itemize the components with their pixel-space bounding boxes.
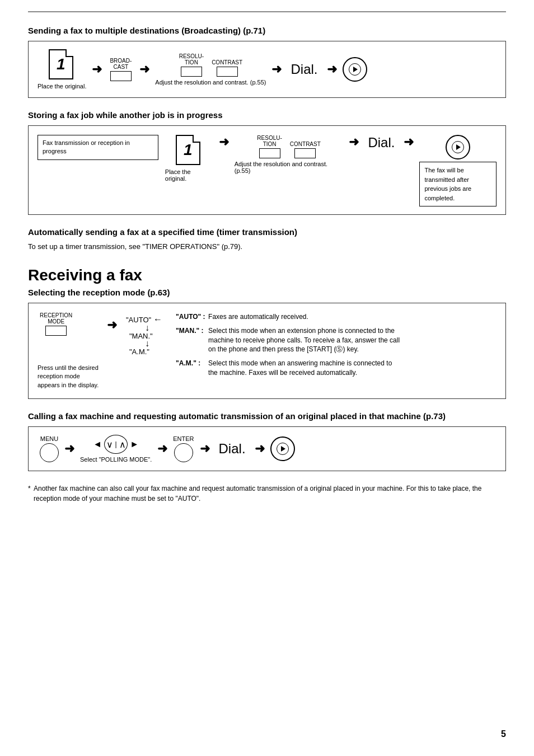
arrow-10: ➜: [157, 442, 167, 456]
section-broadcasting-title: Sending a fax to multiple destinations (…: [28, 26, 506, 35]
contrast-label: CONTRAST: [212, 59, 242, 65]
fax-status-group: Fax transmission or reception in progres…: [38, 135, 163, 160]
contrast-button-group: CONTRAST: [212, 59, 242, 77]
menu-label: MENU: [40, 435, 58, 442]
contrast-label-2: CONTRAST: [290, 141, 321, 147]
resolution-button-2: [259, 148, 280, 158]
dial-text-1: Dial.: [291, 62, 317, 77]
resolution-button: [181, 67, 202, 77]
resolution-button-group: RESOLU- TION: [179, 53, 204, 77]
storing-diagram: Fax transmission or reception in progres…: [28, 125, 506, 215]
arrow-4: ➜: [327, 62, 337, 77]
footnote: Another fax machine can also call your f…: [28, 483, 506, 504]
menu-button: [40, 443, 59, 462]
pipe-separator: |: [115, 440, 117, 448]
section-storing-title: Storing a fax job while another job is i…: [28, 110, 506, 120]
resolution-label-2: RESOLU- TION: [257, 135, 282, 147]
arrow-5: ➜: [219, 135, 229, 149]
mode-list: "AUTO" ← ↓ "MAN." ↓ "A.M.": [126, 314, 162, 356]
section-timer: Automatically sending a fax at a specifi…: [28, 227, 506, 251]
mode-descriptions: "AUTO" : Faxes are automatically receive…: [176, 312, 400, 378]
am-desc-label: "A.M." :: [176, 359, 206, 378]
receiving-title: Receiving a fax: [28, 266, 506, 284]
man-desc: Select this mode when an extension phone…: [208, 326, 400, 354]
start-triangle-2: [456, 144, 461, 150]
section-timer-body: To set up a timer transmission, see "TIM…: [28, 242, 506, 251]
back-arrow: ←: [153, 314, 162, 325]
fax-status-box: Fax transmission or reception in progres…: [38, 135, 158, 160]
chevron-group: ◄ ∨ | ∧ ► Select "POLLING MODE".: [80, 435, 152, 463]
select-caption: Select "POLLING MODE".: [80, 456, 152, 463]
arrow-6: ➜: [349, 135, 359, 149]
page-number: 5: [501, 729, 506, 739]
resolution-label: RESOLU- TION: [179, 53, 204, 65]
arrow-11: ➜: [200, 442, 210, 456]
broadcasting-diagram: 1 Place the original. ➜ BROAD- CAST ➜ RE…: [28, 41, 506, 98]
doc-group-2: 1 Place the original.: [165, 135, 213, 182]
right-arrow-icon: ►: [130, 439, 139, 449]
broadcast-button-group: BROAD- CAST: [110, 58, 132, 81]
start-inner-1: [349, 63, 361, 76]
enter-label: ENTER: [173, 435, 194, 442]
man-desc-label: "MAN." :: [176, 326, 206, 354]
section-broadcasting: Sending a fax to multiple destinations (…: [28, 26, 506, 98]
reception-mode-group: RECEPTION MODE Press until the desired r…: [38, 312, 99, 389]
start-icon-3: [270, 436, 295, 461]
arrow-12: ➜: [255, 442, 265, 456]
section-timer-title: Automatically sending a fax at a specifi…: [28, 227, 506, 237]
section-receiving: Receiving a fax Selecting the reception …: [28, 266, 506, 399]
am-desc-row: "A.M." : Select this mode when an answer…: [176, 359, 400, 378]
start-inner-3: [277, 443, 289, 455]
dial-text-2: Dial.: [368, 135, 395, 151]
document-icon-2: 1: [176, 135, 200, 165]
start-icon-2: [446, 135, 470, 159]
reception-mode-diagram: RECEPTION MODE Press until the desired r…: [28, 303, 506, 399]
section-polling: Calling a fax machine and requesting aut…: [28, 411, 506, 471]
start-triangle-3: [281, 446, 285, 452]
arrow-1: ➜: [92, 62, 102, 77]
contrast-button-group-2: CONTRAST: [290, 141, 321, 158]
enter-button: [174, 443, 193, 462]
auto-desc-label: "AUTO" :: [176, 312, 206, 322]
section-storing: Storing a fax job while another job is i…: [28, 110, 506, 215]
arrow-7: ➜: [404, 135, 414, 149]
adjust-caption-2: Adjust the resolution and contrast. (p.5…: [235, 161, 344, 174]
down-arrow-1: ↓: [145, 325, 149, 332]
reception-mode-button: [45, 326, 67, 336]
section-polling-title: Calling a fax machine and requesting aut…: [28, 411, 506, 421]
start-inner-2: [452, 141, 464, 153]
place-caption: Place the original.: [38, 83, 86, 90]
top-line: [28, 11, 506, 12]
polling-diagram: MENU ➜ ◄ ∨ | ∧ ► Select "POLLING MODE". …: [28, 426, 506, 471]
adjust-caption: Adjust the resolution and contrast. (p.5…: [155, 79, 266, 86]
auto-desc-row: "AUTO" : Faxes are automatically receive…: [176, 312, 400, 322]
am-label: "A.M.": [129, 348, 149, 356]
contrast-button-2: [294, 148, 316, 158]
down-arrow-2: ↓: [145, 340, 149, 348]
document-icon: 1: [49, 49, 73, 79]
reception-mode-label: RECEPTION MODE: [40, 312, 72, 325]
resolution-contrast-group: RESOLU- TION CONTRAST Adjust the resolut…: [155, 53, 266, 86]
res-contrast-row: RESOLU- TION CONTRAST: [177, 53, 245, 77]
arrow-2: ➜: [139, 62, 149, 77]
auto-desc: Faxes are automatically received.: [208, 312, 308, 322]
auto-row: "AUTO" ←: [126, 314, 162, 325]
left-arrow-icon: ◄: [93, 439, 102, 449]
arrow-3: ➜: [271, 62, 282, 77]
contrast-button: [217, 67, 238, 77]
enter-group: ENTER: [173, 435, 194, 462]
arrow-9: ➜: [64, 442, 74, 456]
chevron-down: ∨: [106, 439, 113, 450]
chevron-row: ◄ ∨ | ∧ ►: [93, 435, 139, 454]
reception-mode-button-group: RECEPTION MODE: [40, 312, 72, 336]
section-reception-mode-title: Selecting the reception mode (p.63): [28, 288, 506, 297]
chevron-up: ∧: [119, 439, 126, 450]
am-desc: Select this mode when an answering machi…: [208, 359, 400, 378]
start-icon-1: [343, 57, 367, 82]
broadcast-button: [110, 71, 132, 81]
dial-text-3: Dial.: [219, 441, 246, 457]
result-group: The fax will be transmitted after previo…: [419, 135, 496, 206]
start-triangle-1: [353, 67, 358, 72]
menu-group: MENU: [40, 435, 59, 462]
resolution-button-group-2: RESOLU- TION: [257, 135, 282, 158]
